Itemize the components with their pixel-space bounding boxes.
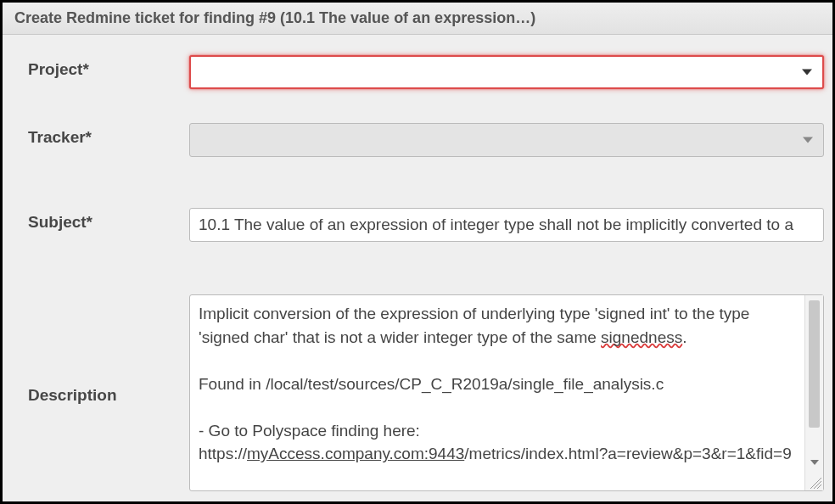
chevron-down-icon — [803, 137, 813, 143]
project-select[interactable] — [189, 55, 824, 89]
subject-control — [189, 208, 824, 242]
subject-label: Subject* — [28, 208, 189, 232]
project-label: Project* — [28, 55, 189, 79]
create-ticket-dialog: Create Redmine ticket for finding #9 (10… — [3, 3, 832, 501]
scroll-down-button[interactable] — [805, 455, 823, 470]
chevron-down-icon — [810, 460, 819, 465]
description-scrollbar[interactable] — [804, 295, 823, 490]
description-textarea[interactable]: Implicit conversion of the expression of… — [190, 295, 804, 490]
project-row: Project* — [28, 55, 824, 89]
description-control: Implicit conversion of the expression of… — [189, 294, 824, 491]
description-row: Description Implicit conversion of the e… — [28, 294, 824, 491]
tracker-control — [189, 123, 824, 157]
resize-grip-icon[interactable] — [810, 477, 821, 489]
subject-input[interactable] — [189, 208, 824, 242]
tracker-select[interactable] — [189, 123, 824, 157]
chevron-down-icon — [802, 70, 812, 76]
tracker-row: Tracker* — [28, 123, 824, 157]
dialog-body: Project* Tracker* Subject* — [3, 35, 832, 501]
dialog-title: Create Redmine ticket for finding #9 (10… — [3, 3, 832, 35]
subject-row: Subject* — [28, 208, 824, 242]
description-label: Description — [28, 381, 189, 405]
tracker-label: Tracker* — [28, 123, 189, 147]
project-control — [189, 55, 824, 89]
description-textarea-wrap: Implicit conversion of the expression of… — [189, 294, 824, 491]
scroll-thumb[interactable] — [809, 300, 820, 428]
